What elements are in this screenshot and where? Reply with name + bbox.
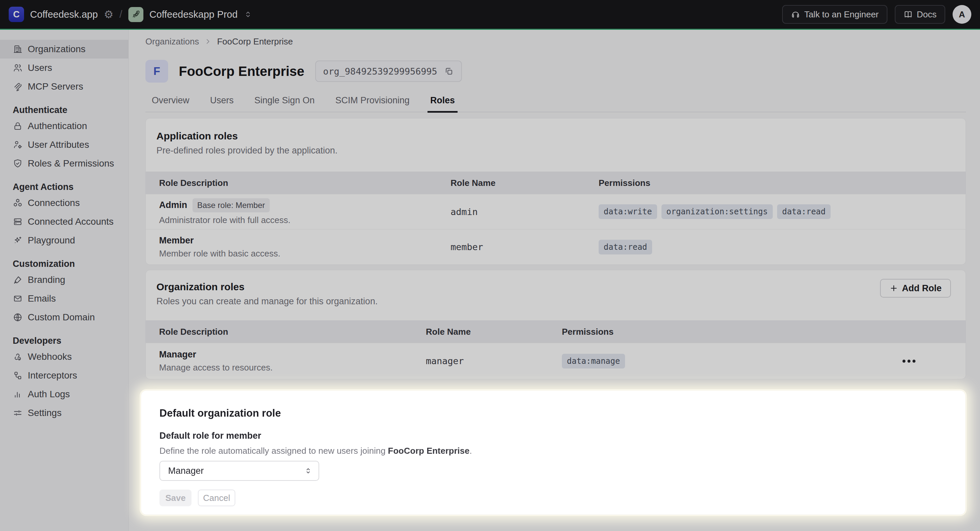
chevron-up-down-icon[interactable] (243, 10, 252, 19)
application-roles-description: Pre-defined roles provided by the applic… (156, 145, 951, 156)
sidebar-item-label: Organizations (28, 44, 86, 54)
sliders-icon (13, 408, 23, 418)
save-button[interactable]: Save (159, 490, 191, 506)
shield-check-icon (13, 158, 23, 169)
sidebar-item-auth-logs[interactable]: Auth Logs (0, 385, 128, 403)
brush-icon (13, 275, 23, 285)
permission-chip: organization:settings (662, 204, 773, 219)
role-title: Member (159, 235, 194, 246)
organization-roles-title: Organization roles (156, 281, 951, 293)
role-name: manager (426, 356, 562, 366)
default-role-field-label: Default role for member (159, 431, 965, 441)
cancel-button[interactable]: Cancel (198, 490, 235, 506)
main-content: Organizations FooCorp Enterprise F FooCo… (129, 30, 980, 531)
sidebar-item-playground[interactable]: Playground (0, 231, 128, 250)
breadcrumb-organizations[interactable]: Organizations (145, 37, 199, 47)
rocket-icon (128, 7, 143, 22)
tab-overview[interactable]: Overview (152, 95, 189, 112)
organizations-icon (13, 44, 23, 54)
sidebar-section-developers: Developers (0, 335, 128, 346)
role-name: member (450, 242, 599, 252)
chevron-right-icon (204, 38, 212, 45)
talk-to-engineer-button[interactable]: Talk to an Engineer (782, 5, 888, 24)
users-icon (13, 63, 23, 73)
sidebar-item-label: Auth Logs (28, 389, 70, 400)
sidebar-item-label: Settings (28, 408, 62, 418)
sidebar-item-user-attributes[interactable]: User Attributes (0, 136, 128, 154)
sidebar-item-interceptors[interactable]: Interceptors (0, 366, 128, 385)
column-role-name: Role Name (426, 327, 562, 337)
sidebar-item-branding[interactable]: Branding (0, 271, 128, 289)
column-role-description: Role Description (146, 178, 450, 188)
topbar-actions: Talk to an Engineer Docs A (782, 5, 971, 24)
workspace-switcher: C Coffeedesk.app ⚙ / Coffeedeskapp Prod (9, 7, 252, 22)
sidebar-item-emails[interactable]: Emails (0, 289, 128, 308)
sidebar-item-webhooks[interactable]: Webhooks (0, 348, 128, 366)
column-role-name: Role Name (450, 178, 599, 188)
sidebar-item-roles-permissions[interactable]: Roles & Permissions (0, 154, 128, 173)
default-role-select[interactable]: Manager (159, 461, 319, 481)
default-role-description: Define the role automatically assigned t… (159, 446, 965, 456)
sidebar-item-label: Emails (28, 293, 56, 304)
sidebar-item-label: Roles & Permissions (28, 158, 114, 169)
permission-chip: data:read (777, 204, 830, 219)
sidebar-item-label: Interceptors (28, 370, 77, 381)
tab-single-sign-on[interactable]: Single Sign On (255, 95, 315, 112)
sidebar-item-label: Users (28, 62, 52, 73)
tab-users[interactable]: Users (210, 95, 234, 112)
gear-icon[interactable]: ⚙ (104, 9, 114, 20)
org-id-chip: org_98492539299956995 (315, 61, 462, 82)
environment-name[interactable]: Coffeedeskapp Prod (150, 9, 238, 20)
row-actions-ellipsis-icon[interactable] (902, 359, 915, 362)
user-gear-icon (13, 140, 23, 150)
user-avatar[interactable]: A (953, 5, 971, 24)
column-permissions: Permissions (562, 327, 966, 337)
role-description: Manage access to resources. (159, 362, 426, 373)
table-header: Role Description Role Name Permissions (146, 172, 966, 194)
role-title: Manager (159, 349, 196, 360)
sidebar-item-organizations[interactable]: Organizations (0, 40, 128, 59)
lock-icon (13, 121, 23, 131)
mcp-servers-icon (13, 81, 23, 92)
breadcrumb: Organizations FooCorp Enterprise (145, 37, 966, 46)
organization-roles-card: Add Role Organization roles Roles you ca… (145, 270, 966, 379)
copy-icon[interactable] (444, 66, 454, 76)
webhook-icon (13, 352, 23, 362)
interceptors-icon (13, 370, 23, 381)
tab-scim-provisioning[interactable]: SCIM Provisioning (335, 95, 409, 112)
sidebar-item-label: MCP Servers (28, 81, 83, 92)
sidebar-item-connected-accounts[interactable]: Connected Accounts (0, 212, 128, 231)
headphones-icon (791, 10, 800, 19)
plus-icon (889, 284, 898, 293)
sidebar-item-label: Webhooks (28, 351, 72, 362)
sidebar-item-label: Playground (28, 235, 75, 246)
docs-button[interactable]: Docs (895, 5, 945, 24)
column-role-description: Role Description (146, 327, 426, 337)
permission-chip: data:manage (562, 354, 625, 368)
globe-icon (13, 312, 23, 322)
tab-roles[interactable]: Roles (430, 95, 455, 112)
sidebar-item-label: Connected Accounts (28, 216, 114, 227)
sidebar-item-connections[interactable]: Connections (0, 194, 128, 212)
page-title: FooCorp Enterprise (179, 64, 304, 79)
app-badge: C (9, 7, 24, 22)
application-roles-title: Application roles (156, 131, 951, 142)
sidebar-item-label: Branding (28, 274, 65, 285)
sidebar-item-mcp-servers[interactable]: MCP Servers (0, 77, 128, 96)
stacked-rows-icon (13, 217, 23, 227)
sidebar-item-settings[interactable]: Settings (0, 403, 128, 422)
sidebar-item-label: Authentication (28, 121, 87, 131)
breadcrumb-current: FooCorp Enterprise (217, 37, 293, 47)
add-role-button[interactable]: Add Role (880, 279, 951, 298)
role-title: Admin (159, 200, 187, 210)
sidebar-section-customization: Customization (0, 258, 128, 269)
application-roles-card: Application roles Pre-defined roles prov… (145, 118, 966, 265)
sidebar-section-authenticate: Authenticate (0, 105, 128, 115)
sidebar-item-label: User Attributes (28, 139, 89, 150)
sidebar-item-authentication[interactable]: Authentication (0, 117, 128, 136)
book-icon (904, 10, 913, 19)
org-name-emphasis: FooCorp Enterprise (388, 446, 469, 456)
table-row-member: Member Member role with basic access. me… (146, 229, 966, 265)
sidebar-item-users[interactable]: Users (0, 59, 128, 77)
sidebar-item-custom-domain[interactable]: Custom Domain (0, 308, 128, 327)
